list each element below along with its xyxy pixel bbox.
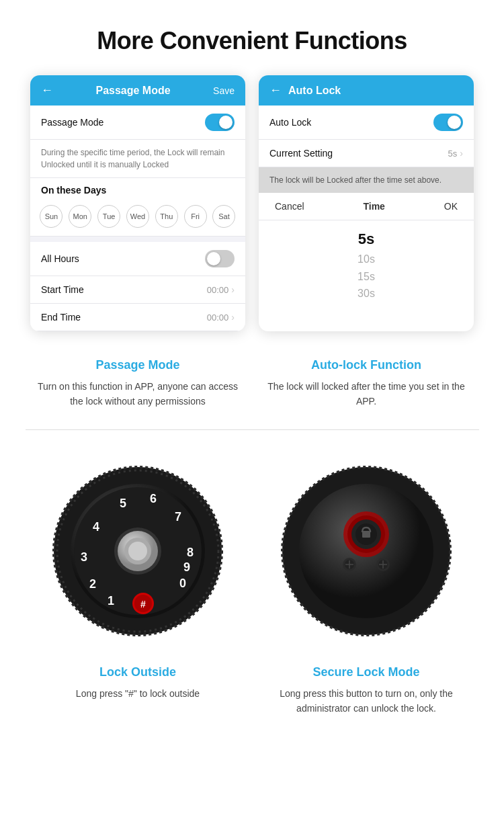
svg-rect-30 [362, 531, 370, 538]
svg-text:4: 4 [93, 520, 99, 534]
al-picker-10s[interactable]: 10s [358, 251, 375, 268]
mockups-row: ← Passage Mode Save Passage Mode During … [0, 75, 504, 345]
svg-text:8: 8 [187, 546, 194, 559]
lock-images-row: 0 1 2 3 4 5 6 7 8 9 9 # [0, 430, 504, 665]
al-picker-5s[interactable]: 5s [358, 227, 374, 251]
day-wed[interactable]: Wed [126, 205, 149, 228]
lock-descs-row: Lock Outside Long press "#" to lock outs… [0, 665, 504, 743]
secure-lock-desc: Secure Lock Mode Long press this button … [259, 665, 474, 716]
pm-spacer [30, 237, 245, 242]
svg-text:0: 0 [179, 577, 186, 590]
day-fri[interactable]: Fri [184, 205, 207, 228]
feature-autolock-title: Auto-lock Function [259, 358, 474, 372]
al-current-chevron: › [460, 148, 463, 159]
svg-text:9: 9 [183, 560, 190, 574]
secure-lock-container [259, 450, 474, 652]
pm-save-button[interactable]: Save [213, 85, 235, 96]
al-back-icon[interactable]: ← [269, 83, 282, 97]
al-toggle[interactable] [433, 114, 463, 131]
pm-all-hours-label: All Hours [41, 253, 79, 264]
al-description: The lock will be Locked after the time s… [259, 167, 474, 193]
pm-start-time-row[interactable]: Start Time 00:00 › [30, 276, 245, 304]
svg-text:3: 3 [81, 550, 87, 564]
pm-start-label: Start Time [41, 284, 84, 295]
secure-lock-text: Long press this button to turn on, only … [259, 686, 474, 716]
svg-text:1: 1 [108, 594, 114, 607]
svg-text:2: 2 [89, 577, 96, 591]
lock-outside-svg: 0 1 2 3 4 5 6 7 8 9 9 # [44, 457, 232, 645]
feature-autolock-desc: Auto-lock Function The lock will locked … [259, 358, 474, 409]
pm-end-label: End Time [41, 312, 81, 323]
al-body: Auto Lock Current Setting 5s › The lock … [259, 106, 474, 312]
auto-lock-mockup: ← Auto Lock Auto Lock Current Setting 5s… [259, 75, 474, 331]
day-sun[interactable]: Sun [40, 205, 62, 228]
al-picker-15s[interactable]: 15s [358, 268, 375, 286]
pm-header: ← Passage Mode Save [30, 75, 245, 106]
pm-back-icon[interactable]: ← [41, 83, 53, 97]
day-mon[interactable]: Mon [69, 205, 91, 228]
pm-description: During the specific time period, the Loc… [30, 140, 245, 178]
al-picker-header: Cancel Time OK [259, 193, 474, 220]
svg-text:5: 5 [120, 497, 126, 510]
al-current-setting-row[interactable]: Current Setting 5s › [259, 140, 474, 167]
feature-passage-text: Turn on this function in APP, anyone can… [30, 379, 245, 409]
page-title: More Convenient Functions [0, 0, 504, 75]
feature-passage-desc: Passage Mode Turn on this function in AP… [30, 358, 245, 409]
pm-all-hours-toggle[interactable] [205, 250, 235, 267]
lock-outside-container: 0 1 2 3 4 5 6 7 8 9 9 # [30, 450, 245, 652]
pm-title: Passage Mode [95, 85, 170, 97]
lock-outside-title: Lock Outside [30, 665, 245, 679]
lock-outside-desc: Lock Outside Long press "#" to lock outs… [30, 665, 245, 716]
pm-end-time-row[interactable]: End Time 00:00 › [30, 304, 245, 331]
al-header: ← Auto Lock [259, 75, 474, 106]
pm-toggle[interactable] [205, 114, 235, 131]
svg-point-8 [128, 542, 147, 560]
day-thu[interactable]: Thu [155, 205, 178, 228]
lock-outside-text: Long press "#" to lock outside [30, 686, 245, 701]
features-row: Passage Mode Turn on this function in AP… [0, 345, 504, 429]
al-picker-body: 5s 10s 15s 30s [259, 220, 474, 312]
al-toggle-row: Auto Lock [259, 106, 474, 140]
svg-text:#: # [140, 599, 146, 610]
passage-mode-mockup: ← Passage Mode Save Passage Mode During … [30, 75, 245, 331]
pm-start-value: 00:00 › [207, 284, 235, 295]
pm-days-row: Sun Mon Tue Wed Thu Fri Sat [30, 200, 245, 237]
pm-end-chevron: › [231, 312, 235, 323]
al-current-label: Current Setting [269, 148, 333, 159]
pm-start-chevron: › [231, 284, 235, 295]
al-picker-cancel[interactable]: Cancel [275, 201, 304, 212]
svg-text:7: 7 [175, 510, 181, 523]
al-current-value: 5s › [448, 148, 463, 159]
secure-lock-svg [272, 457, 460, 645]
pm-days-header: On these Days [30, 178, 245, 200]
day-sat[interactable]: Sat [212, 205, 235, 228]
al-picker-30s[interactable]: 30s [358, 285, 375, 302]
al-picker-ok[interactable]: OK [444, 201, 458, 212]
day-tue[interactable]: Tue [97, 205, 120, 228]
pm-end-value: 00:00 › [207, 312, 235, 323]
pm-all-hours-row: All Hours [30, 242, 245, 276]
feature-autolock-text: The lock will locked after the time you … [259, 379, 474, 409]
feature-passage-title: Passage Mode [30, 358, 245, 372]
secure-lock-title: Secure Lock Mode [259, 665, 474, 679]
svg-text:6: 6 [150, 492, 157, 505]
al-title: Auto Lock [288, 85, 341, 97]
al-toggle-label: Auto Lock [269, 117, 311, 128]
pm-toggle-label: Passage Mode [41, 117, 103, 128]
pm-toggle-row: Passage Mode [30, 106, 245, 140]
al-picker-title: Time [363, 201, 384, 212]
pm-body: Passage Mode During the specific time pe… [30, 106, 245, 331]
